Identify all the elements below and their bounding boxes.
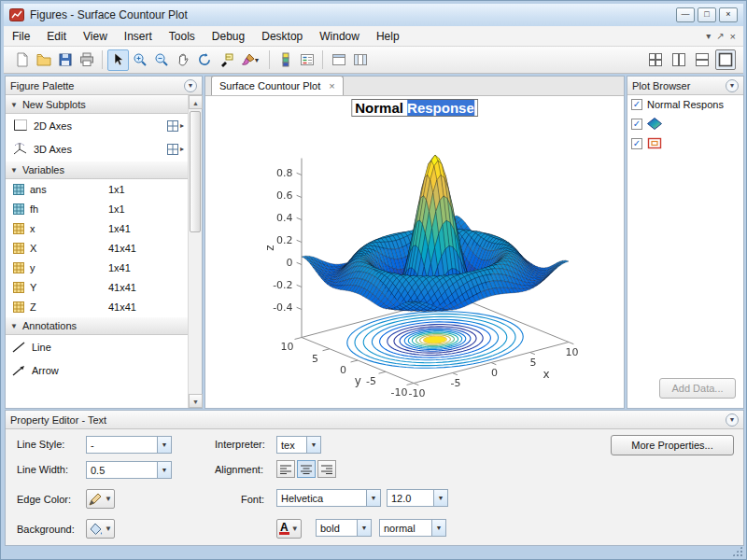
section-variables[interactable]: ▼ Variables [6, 161, 188, 179]
menu-edit[interactable]: Edit [38, 28, 75, 45]
interpreter-select[interactable]: tex ▼ [276, 436, 321, 454]
scroll-down-button[interactable]: ▼ [189, 394, 203, 408]
annotation-item-arrow[interactable]: Arrow [6, 358, 188, 382]
surface-swatch-icon [647, 118, 662, 130]
panel-menu-button[interactable]: ▼ [726, 79, 739, 92]
align-left-button[interactable] [276, 460, 295, 478]
background-color-picker[interactable]: ▼ [86, 519, 115, 539]
section-new-subplots[interactable]: ▼ New Subplots [6, 95, 188, 114]
menu-file[interactable]: File [4, 28, 38, 45]
visibility-checkbox[interactable]: ✓ [631, 99, 642, 110]
rotate-3d-button[interactable] [193, 49, 215, 71]
scrollbar-thumb[interactable] [190, 111, 201, 232]
panel-menu-button[interactable]: ▼ [184, 79, 197, 92]
close-panel-icon[interactable]: × [730, 31, 736, 42]
menu-debug[interactable]: Debug [204, 28, 253, 45]
plot-browser-item-title[interactable]: ✓ Normal Respons [627, 95, 743, 114]
plot-browser-item-surface[interactable]: ✓ [627, 114, 743, 133]
line-width-select[interactable]: 0.5 ▼ [86, 461, 172, 479]
layout-split-vertical-button[interactable] [669, 49, 689, 70]
insert-legend-button[interactable] [296, 49, 317, 71]
close-tab-icon[interactable]: × [329, 81, 334, 91]
visibility-checkbox[interactable]: ✓ [631, 119, 642, 130]
window-resize-grip[interactable] [732, 546, 742, 556]
palette-item-3d-axes[interactable]: 3D Axes ▸ [6, 137, 188, 161]
property-editor-header: Property Editor - Text ▼ [6, 411, 743, 429]
align-center-button[interactable] [297, 460, 316, 478]
visibility-checkbox[interactable]: ✓ [631, 138, 642, 149]
arrow-annotation-icon [11, 364, 26, 377]
menubar: File Edit View Insert Tools Debug Deskto… [4, 26, 743, 47]
font-weight-select[interactable]: bold ▼ [316, 519, 372, 537]
font-angle-select[interactable]: normal ▼ [379, 519, 446, 537]
variable-row-fh[interactable]: fh 1x1 [6, 199, 188, 218]
variable-row-y[interactable]: y 1x41 [6, 258, 188, 277]
chevron-down-icon: ▼ [306, 437, 320, 453]
new-figure-button[interactable] [11, 49, 33, 71]
titlebar[interactable]: Figures - Surface Countour Plot — □ × [4, 4, 743, 26]
more-properties-button[interactable]: More Properties... [611, 435, 734, 455]
insert-colorbar-button[interactable] [275, 49, 296, 71]
font-color-icon: A [279, 523, 289, 535]
line-style-label: Line Style: [17, 439, 64, 450]
variable-row-ans[interactable]: ans 1x1 [6, 179, 188, 199]
variable-row-X[interactable]: X 41x41 [6, 238, 188, 258]
variable-row-Y[interactable]: Y 41x41 [6, 277, 188, 297]
menu-help[interactable]: Help [368, 28, 408, 45]
scroll-up-button[interactable]: ▲ [189, 95, 203, 109]
chevron-down-icon: ▼ [105, 495, 112, 503]
surface-plot-canvas[interactable] [209, 96, 622, 406]
section-annotations[interactable]: ▼ Annotations [6, 316, 188, 335]
menu-insert[interactable]: Insert [116, 28, 161, 45]
zoom-in-button[interactable] [129, 49, 150, 71]
subplot-grid-icon[interactable] [167, 144, 178, 155]
menu-tools[interactable]: Tools [161, 28, 204, 45]
variable-row-Z[interactable]: Z 41x41 [6, 297, 188, 316]
font-name-select[interactable]: Helvetica ▼ [276, 489, 381, 507]
show-plot-tools-icon [353, 52, 368, 67]
plot-browser-item-contour[interactable]: ✓ [627, 133, 743, 153]
annotation-item-line[interactable]: Line [6, 335, 188, 358]
select-cursor-button[interactable] [107, 49, 129, 71]
layout-single-button[interactable] [715, 49, 736, 70]
subplot-grid-icon[interactable] [167, 120, 178, 132]
font-color-picker[interactable]: A ▼ [276, 519, 302, 539]
hide-plot-tools-button[interactable] [328, 49, 349, 71]
zoom-in-icon [133, 52, 148, 67]
layout-split-horizontal-button[interactable] [692, 49, 712, 70]
maximize-button[interactable]: □ [698, 7, 716, 22]
edge-color-picker[interactable]: ▼ [86, 489, 115, 509]
chevron-down-icon[interactable]: ▾ [706, 31, 711, 41]
expand-arrow-icon[interactable]: ▸ [180, 145, 184, 153]
data-cursor-button[interactable] [215, 49, 236, 71]
plot-title-editbox[interactable]: Normal Response [351, 99, 478, 117]
add-data-button[interactable]: Add Data... [659, 378, 736, 399]
align-right-button[interactable] [317, 460, 336, 478]
3d-axes-icon [11, 142, 28, 156]
floppy-disk-icon [58, 52, 73, 67]
variable-row-x[interactable]: x 1x41 [6, 218, 188, 238]
tab-surface-contour-plot[interactable]: Surface Countour Plot × [211, 76, 344, 95]
open-file-button[interactable] [33, 49, 54, 71]
layout-grid-button[interactable] [645, 49, 666, 70]
line-style-select[interactable]: - ▼ [86, 436, 172, 454]
font-size-select[interactable]: 12.0 ▼ [387, 489, 448, 507]
save-figure-button[interactable] [54, 49, 76, 71]
show-plot-tools-button[interactable] [349, 49, 371, 71]
cursor-arrow-icon [111, 52, 126, 67]
palette-item-2d-axes[interactable]: 2D Axes ▸ [6, 114, 188, 137]
menu-window[interactable]: Window [311, 28, 368, 45]
zoom-out-button[interactable] [150, 49, 172, 71]
figure-palette-scrollbar[interactable]: ▲ ▼ [188, 95, 202, 408]
undock-icon[interactable]: ↗ [716, 31, 724, 41]
menu-desktop[interactable]: Desktop [253, 28, 311, 45]
menu-view[interactable]: View [75, 28, 116, 45]
minimize-button[interactable]: — [676, 7, 695, 22]
panel-menu-button[interactable]: ▼ [726, 413, 739, 427]
expand-arrow-icon[interactable]: ▸ [180, 121, 184, 130]
close-button[interactable]: × [719, 7, 738, 22]
layout-split-horizontal-icon [695, 52, 710, 67]
pan-button[interactable] [172, 49, 193, 71]
print-figure-button[interactable] [76, 49, 97, 71]
brush-button[interactable]: ▼ [236, 49, 264, 71]
